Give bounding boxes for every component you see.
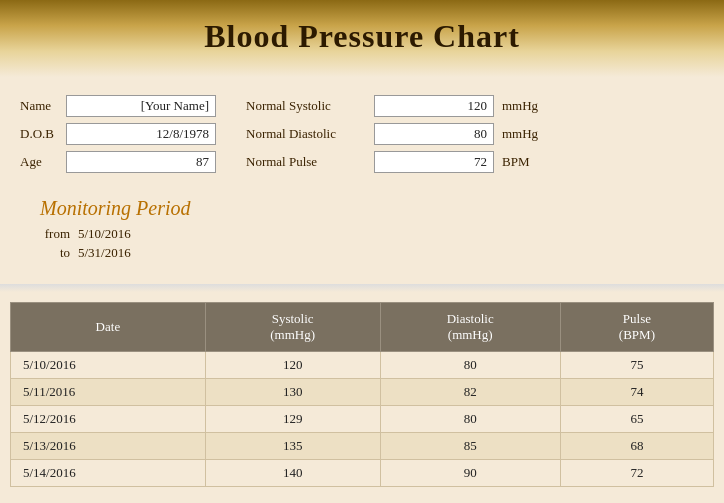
col-systolic: Systolic(mmHg)	[205, 303, 380, 352]
bp-table: Date Systolic(mmHg) Diastolic(mmHg) Puls…	[10, 302, 714, 487]
cell-date: 5/12/2016	[11, 406, 206, 433]
normal-diastolic-row: Normal Diastolic 80 mmHg	[246, 123, 542, 145]
cell-pulse: 65	[560, 406, 713, 433]
from-row: from 5/10/2016	[40, 226, 704, 242]
table-row: 5/12/20161298065	[11, 406, 714, 433]
dob-row: D.O.B 12/8/1978	[20, 123, 216, 145]
age-label: Age	[20, 154, 58, 170]
page-header: Blood Pressure Chart	[0, 0, 724, 77]
cell-diastolic: 85	[380, 433, 560, 460]
age-row: Age 87	[20, 151, 216, 173]
cell-date: 5/11/2016	[11, 379, 206, 406]
normal-pulse-label: Normal Pulse	[246, 154, 366, 170]
age-input[interactable]: 87	[66, 151, 216, 173]
col-date: Date	[11, 303, 206, 352]
cell-date: 5/13/2016	[11, 433, 206, 460]
cell-pulse: 68	[560, 433, 713, 460]
info-section: Name [Your Name] D.O.B 12/8/1978 Age 87 …	[0, 77, 724, 189]
cell-diastolic: 80	[380, 406, 560, 433]
cell-date: 5/10/2016	[11, 352, 206, 379]
table-row: 5/10/20161208075	[11, 352, 714, 379]
to-row: to 5/31/2016	[40, 245, 704, 261]
table-row: 5/11/20161308274	[11, 379, 714, 406]
normal-systolic-unit: mmHg	[502, 98, 542, 114]
cell-systolic: 135	[205, 433, 380, 460]
cell-systolic: 120	[205, 352, 380, 379]
normal-pulse-value[interactable]: 72	[374, 151, 494, 173]
to-value: 5/31/2016	[78, 245, 131, 261]
normal-systolic-value[interactable]: 120	[374, 95, 494, 117]
normal-diastolic-unit: mmHg	[502, 126, 542, 142]
monitoring-section: Monitoring Period from 5/10/2016 to 5/31…	[0, 189, 724, 280]
cell-pulse: 72	[560, 460, 713, 487]
cell-diastolic: 90	[380, 460, 560, 487]
normal-diastolic-value[interactable]: 80	[374, 123, 494, 145]
normal-pulse-unit: BPM	[502, 154, 542, 170]
to-label: to	[40, 245, 70, 261]
cell-date: 5/14/2016	[11, 460, 206, 487]
name-input[interactable]: [Your Name]	[66, 95, 216, 117]
cell-diastolic: 80	[380, 352, 560, 379]
normal-systolic-label: Normal Systolic	[246, 98, 366, 114]
col-diastolic: Diastolic(mmHg)	[380, 303, 560, 352]
cell-systolic: 140	[205, 460, 380, 487]
cell-pulse: 74	[560, 379, 713, 406]
from-label: from	[40, 226, 70, 242]
table-section: Date Systolic(mmHg) Diastolic(mmHg) Puls…	[0, 292, 724, 497]
monitoring-title: Monitoring Period	[40, 197, 704, 220]
normal-systolic-row: Normal Systolic 120 mmHg	[246, 95, 542, 117]
dob-label: D.O.B	[20, 126, 58, 142]
table-row: 5/14/20161409072	[11, 460, 714, 487]
dob-input[interactable]: 12/8/1978	[66, 123, 216, 145]
cell-systolic: 130	[205, 379, 380, 406]
normal-info: Normal Systolic 120 mmHg Normal Diastoli…	[246, 95, 542, 179]
patient-info: Name [Your Name] D.O.B 12/8/1978 Age 87	[20, 95, 216, 179]
cell-pulse: 75	[560, 352, 713, 379]
normal-pulse-row: Normal Pulse 72 BPM	[246, 151, 542, 173]
name-row: Name [Your Name]	[20, 95, 216, 117]
table-header-row: Date Systolic(mmHg) Diastolic(mmHg) Puls…	[11, 303, 714, 352]
divider	[0, 284, 724, 292]
normal-diastolic-label: Normal Diastolic	[246, 126, 366, 142]
cell-systolic: 129	[205, 406, 380, 433]
name-label: Name	[20, 98, 58, 114]
cell-diastolic: 82	[380, 379, 560, 406]
col-pulse: Pulse(BPM)	[560, 303, 713, 352]
table-row: 5/13/20161358568	[11, 433, 714, 460]
page-title: Blood Pressure Chart	[204, 18, 520, 54]
from-value: 5/10/2016	[78, 226, 131, 242]
